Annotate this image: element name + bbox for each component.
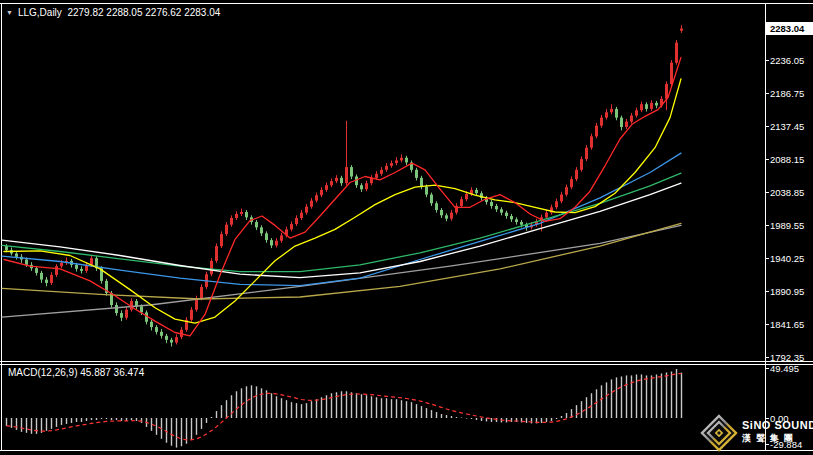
price-axis-tick xyxy=(765,93,769,94)
price-axis-tick xyxy=(765,225,769,226)
macd-axis-label: 49.495 xyxy=(770,363,799,374)
macd-axis-tick xyxy=(765,368,769,369)
sino-sound-logo: SiNO SOUND 漢聲集團 xyxy=(700,414,813,452)
price-axis-label: 2236.05 xyxy=(770,55,804,66)
price-axis-label: 1989.55 xyxy=(770,220,804,231)
price-axis-tick xyxy=(765,159,769,160)
price-axis-label: 1890.95 xyxy=(770,286,804,297)
price-axis-label: 1841.65 xyxy=(770,319,804,330)
price-axis-label: 2088.15 xyxy=(770,154,804,165)
price-axis-label: 1792.35 xyxy=(770,352,804,363)
price-axis-tick xyxy=(765,324,769,325)
main-panel-bottom-border xyxy=(0,361,813,362)
logo-text-cn: 漢聲集團 xyxy=(742,432,813,445)
price-axis-tick xyxy=(765,357,769,358)
macd-chart-canvas[interactable] xyxy=(0,364,765,451)
price-axis-label: 1940.25 xyxy=(770,253,804,264)
price-axis-tick xyxy=(765,291,769,292)
current-price-tag: 2283.04 xyxy=(766,22,813,35)
price-axis-tick xyxy=(765,126,769,127)
price-axis-label: 2137.45 xyxy=(770,121,804,132)
main-chart-canvas[interactable] xyxy=(0,0,765,361)
price-axis-separator[interactable] xyxy=(765,3,766,451)
price-axis-tick xyxy=(765,60,769,61)
sino-sound-logo-icon xyxy=(700,414,738,452)
logo-text-en: SiNO SOUND xyxy=(742,419,813,431)
price-axis-tick xyxy=(765,192,769,193)
price-axis-label: 2038.85 xyxy=(770,187,804,198)
price-axis-label: 2186.75 xyxy=(770,88,804,99)
price-axis-tick xyxy=(765,258,769,259)
chart-window: ▼LLG,Daily 2279.82 2288.05 2276.62 2283.… xyxy=(0,0,813,455)
